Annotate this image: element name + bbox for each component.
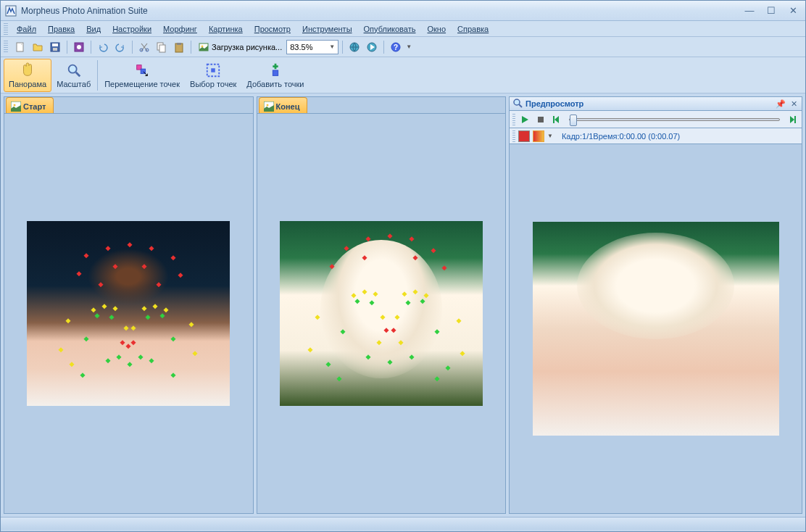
svg-rect-106 [325, 362, 331, 367]
magnifier-icon [512, 98, 523, 109]
svg-rect-10 [159, 45, 165, 52]
svg-rect-54 [131, 325, 136, 331]
menu-window[interactable]: Окно [422, 23, 452, 35]
undo-button[interactable] [95, 39, 111, 55]
svg-rect-107 [445, 365, 450, 370]
menu-help[interactable]: Справка [452, 23, 494, 35]
load-image-label: Загрузка рисунка... [212, 43, 282, 51]
menu-file[interactable]: Файл [11, 23, 42, 35]
svg-point-69 [266, 104, 268, 106]
svg-rect-42 [91, 307, 96, 312]
svg-rect-79 [383, 328, 389, 333]
tool-zoom[interactable]: Масштаб [51, 59, 96, 92]
svg-rect-85 [412, 289, 417, 294]
menu-view[interactable]: Вид [80, 23, 107, 35]
color-swatch-morph[interactable] [533, 130, 544, 142]
menu-preview[interactable]: Просмотр [249, 23, 296, 35]
open-button[interactable] [30, 39, 46, 55]
svg-rect-4 [53, 48, 57, 51]
close-button[interactable]: ✕ [785, 4, 801, 17]
svg-rect-40 [131, 340, 136, 345]
svg-rect-24 [211, 68, 215, 72]
svg-rect-89 [456, 318, 461, 323]
share-button[interactable] [364, 39, 380, 55]
svg-rect-65 [171, 373, 176, 378]
svg-rect-50 [70, 362, 75, 367]
svg-rect-70 [344, 246, 349, 251]
tool-select-points[interactable]: Выбор точек [185, 59, 241, 92]
color-swatch-start[interactable] [518, 130, 530, 142]
help-dropdown[interactable]: ▼ [405, 39, 412, 55]
panel-end-tabs: Конец [257, 97, 506, 113]
preview-info-bar: ▼ Кадр:1/1Время:0:00.00 (0:00.07) [509, 128, 802, 144]
svg-line-20 [75, 72, 80, 76]
preview-title: Предпросмотр [525, 99, 773, 108]
svg-text:?: ? [394, 43, 398, 51]
tab-start[interactable]: Старт [6, 97, 54, 113]
window-controls: — ☐ ✕ [741, 4, 801, 17]
tool-move-points[interactable]: Перемещение точек [99, 59, 185, 92]
tab-end-label: Конец [276, 102, 300, 111]
toolbar-separator [383, 41, 384, 54]
menu-publish[interactable]: Опубликовать [358, 23, 422, 35]
panel-end-body[interactable] [257, 113, 506, 513]
svg-rect-74 [431, 248, 436, 253]
tool-add-points[interactable]: Добавить точки [241, 59, 309, 92]
svg-rect-73 [409, 236, 414, 241]
copy-button[interactable] [154, 39, 170, 55]
new-button[interactable] [12, 39, 28, 55]
end-points-overlay [280, 221, 483, 406]
render-button[interactable] [71, 39, 87, 55]
step-forward-button[interactable] [786, 113, 799, 126]
svg-rect-46 [153, 304, 158, 309]
svg-rect-57 [146, 315, 151, 320]
end-image [280, 221, 483, 406]
swatch-dropdown-icon[interactable]: ▼ [547, 133, 553, 139]
tool-panorama-label: Панорама [9, 80, 46, 88]
titlebar: Morpheus Photo Animation Suite — ☐ ✕ [1, 1, 805, 21]
svg-rect-88 [307, 347, 312, 352]
svg-rect-111 [553, 116, 554, 123]
timeline-slider[interactable] [569, 118, 780, 121]
zoom-combo[interactable]: 83.5% ▼ [286, 40, 338, 54]
stop-button[interactable] [534, 113, 547, 126]
toolbar-separator [67, 41, 67, 54]
redo-button[interactable] [112, 39, 128, 55]
panel-start-body[interactable] [4, 113, 253, 513]
svg-point-108 [514, 99, 520, 105]
menu-picture[interactable]: Картинка [203, 23, 249, 35]
svg-rect-51 [189, 322, 194, 327]
slider-thumb[interactable] [570, 115, 577, 126]
tool-zoom-label: Масштаб [57, 80, 91, 88]
picture-icon [264, 101, 274, 112]
cut-button[interactable] [136, 39, 152, 55]
save-button[interactable] [47, 39, 63, 55]
tool-panorama[interactable]: Панорама [4, 59, 51, 92]
svg-rect-104 [336, 376, 341, 381]
preview-image-area[interactable] [509, 144, 802, 514]
play-button[interactable] [518, 113, 531, 126]
svg-rect-84 [402, 291, 407, 296]
menu-settings[interactable]: Настройки [107, 23, 157, 35]
maximize-button[interactable]: ☐ [763, 4, 779, 17]
help-button[interactable]: ? [388, 39, 404, 55]
load-image-button[interactable]: Загрузка рисунка... [195, 39, 285, 55]
svg-rect-82 [362, 289, 367, 294]
menu-tools[interactable]: Инструменты [296, 23, 358, 35]
toolbar-separator [342, 41, 343, 54]
minimize-button[interactable]: — [741, 4, 757, 17]
menu-edit[interactable]: Правка [42, 23, 80, 35]
svg-rect-56 [109, 315, 115, 320]
menu-morph[interactable]: Морфинг [157, 23, 203, 35]
svg-rect-52 [193, 351, 198, 356]
svg-point-6 [77, 45, 81, 49]
svg-rect-83 [373, 291, 378, 296]
paste-button[interactable] [171, 39, 187, 55]
tab-end[interactable]: Конец [259, 97, 308, 113]
info-grip [512, 130, 515, 142]
svg-rect-80 [391, 328, 396, 333]
pin-button[interactable]: 📌 [776, 99, 786, 109]
preview-close-button[interactable]: ✕ [789, 99, 799, 109]
web-button[interactable] [346, 39, 362, 55]
step-back-button[interactable] [550, 113, 563, 126]
